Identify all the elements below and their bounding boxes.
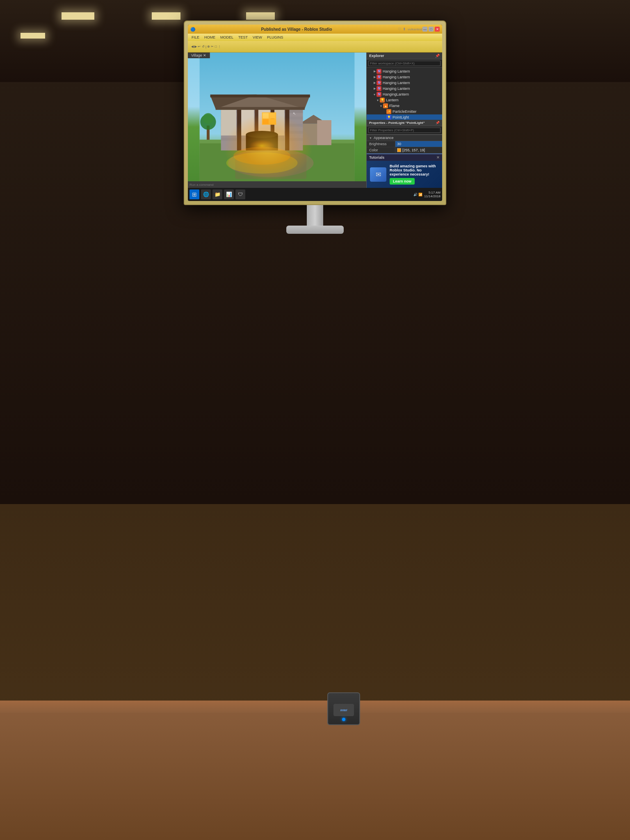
- viewport[interactable]: Village ✕: [188, 52, 315, 188]
- svg-point-39: [203, 113, 213, 124]
- taskbar-excel[interactable]: 📊: [224, 189, 234, 199]
- menu-view[interactable]: VIEW: [251, 34, 264, 40]
- menu-test[interactable]: TEST: [236, 34, 250, 40]
- command-bar: [188, 181, 315, 188]
- monitor-wrapper: 🔵 Published as Village - Roblox Studio ♡…: [184, 21, 315, 234]
- menu-plugins[interactable]: PLUGINS: [265, 34, 285, 40]
- monitor-stand-base: [286, 226, 315, 234]
- menu-bar: FILE HOME MODEL TEST VIEW PLUGINS: [188, 34, 315, 41]
- svg-rect-30: [210, 94, 310, 97]
- menu-file[interactable]: FILE: [189, 34, 201, 40]
- menu-model[interactable]: MODEL: [218, 34, 235, 40]
- ceiling-light-2: [152, 12, 180, 20]
- title-bar: 🔵 Published as Village - Roblox Studio ♡…: [188, 25, 315, 34]
- toolbar: ◀ ▶ ↩ ↺ | ⊕ ✂ □ ⋮: [188, 41, 315, 52]
- command-input[interactable]: [189, 183, 315, 187]
- taskbar: ⊞ 🌐 📁 📊 🛡 🔊 📶 5:17 AM 11/14/2018: [188, 188, 315, 201]
- taskbar-explorer[interactable]: 📁: [212, 189, 222, 199]
- taskbar-shield[interactable]: 🛡: [235, 189, 245, 199]
- taskbar-ie[interactable]: 🌐: [201, 189, 211, 199]
- ceiling-light-1: [62, 12, 94, 20]
- main-content: Village ✕: [188, 52, 315, 188]
- viewport-tab[interactable]: Village ✕: [188, 52, 210, 58]
- scene: ↖: [188, 52, 315, 188]
- roblox-studio-app: 🔵 Published as Village - Roblox Studio ♡…: [188, 25, 315, 201]
- svg-rect-31: [216, 107, 305, 110]
- menu-home[interactable]: HOME: [202, 34, 217, 40]
- taskbar-left: ⊞ 🌐 📁 📊 🛡: [189, 189, 245, 199]
- viewport-tab-label: Village ✕: [191, 53, 206, 57]
- start-button[interactable]: ⊞: [189, 189, 199, 199]
- monitor-outer: 🔵 Published as Village - Roblox Studio ♡…: [184, 21, 315, 205]
- ceiling-light-4: [21, 33, 45, 39]
- monitor-screen: 🔵 Published as Village - Roblox Studio ♡…: [188, 25, 315, 201]
- title-bar-text: Published as Village - Roblox Studio: [195, 27, 315, 32]
- lantern-glow: [224, 114, 313, 181]
- monitor-stand-neck: [307, 205, 315, 226]
- ceiling-light-3: [246, 12, 275, 20]
